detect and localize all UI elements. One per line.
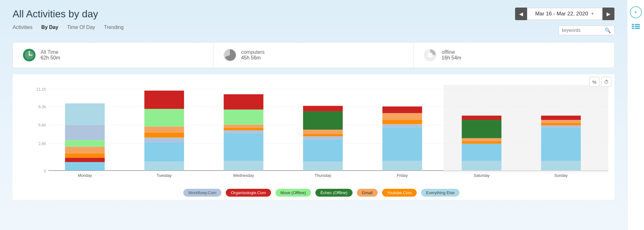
tuesday-base — [144, 143, 184, 161]
stat-all-time-label: All Time — [41, 49, 60, 55]
sun-workflowy — [541, 126, 581, 128]
tuesday-move — [144, 109, 184, 126]
chart-container: % ⏱ 11.1h 8.3h 5.6h 2.8h 0 — [13, 74, 614, 200]
svg-point-7 — [428, 53, 433, 58]
fri-everything — [382, 161, 422, 171]
percent-toggle-button[interactable]: % — [589, 77, 599, 87]
tuesday-workflowy — [144, 137, 184, 143]
svg-text:Tuesday: Tuesday — [157, 173, 172, 178]
fri-org — [382, 106, 422, 113]
tuesday-youtube — [144, 133, 184, 138]
thu-base — [303, 139, 343, 161]
monday-base — [65, 162, 105, 171]
all-time-icon — [22, 48, 36, 62]
thu-everything — [303, 161, 343, 171]
monday-youtube — [65, 154, 105, 158]
wed-move — [224, 109, 263, 125]
svg-text:8.3h: 8.3h — [38, 105, 46, 109]
wed-workflowy — [224, 130, 263, 133]
legend-organisologie[interactable]: Organisologie.Com — [226, 189, 271, 197]
sat-gmail — [462, 138, 501, 141]
svg-text:Sunday: Sunday — [554, 173, 568, 178]
legend-everything[interactable]: Everything Else — [421, 189, 459, 197]
tuesday-everything — [144, 161, 184, 171]
svg-text:5.6h: 5.6h — [38, 123, 46, 127]
thu-youtube — [303, 134, 343, 137]
date-caret-icon: ▼ — [591, 12, 594, 16]
sun-gmail — [541, 120, 581, 123]
fri-base — [382, 127, 422, 161]
computers-icon — [223, 48, 237, 62]
sun-everything — [541, 161, 581, 171]
prev-date-button[interactable]: ◀ — [515, 8, 527, 20]
thu-gmail — [303, 130, 343, 134]
svg-text:Thursday: Thursday — [315, 173, 331, 178]
svg-rect-29 — [635, 26, 640, 27]
chart-legend: Workflowy.Com Organisologie.Com Move (Of… — [31, 189, 611, 197]
sat-org — [462, 115, 501, 120]
svg-text:11.1h: 11.1h — [36, 87, 46, 92]
svg-rect-30 — [632, 28, 634, 29]
stat-all-time-value: 62h 50m — [41, 55, 60, 61]
stat-offline: offline 16h 54m — [414, 42, 614, 68]
fri-workflowy — [382, 124, 422, 127]
monday-workflowy — [65, 125, 105, 140]
svg-rect-28 — [632, 26, 634, 27]
legend-gmail[interactable]: Gmail — [357, 189, 378, 197]
sidebar-add-button[interactable]: + — [630, 6, 642, 18]
monday-gmail — [65, 147, 105, 153]
wed-everything — [224, 161, 263, 171]
legend-echec[interactable]: Échec (Offline) — [315, 189, 353, 197]
sat-base — [462, 144, 501, 161]
svg-point-4 — [29, 54, 30, 56]
legend-youtube[interactable]: Youtube.Com — [382, 189, 417, 197]
tuesday-org — [144, 91, 184, 109]
legend-workflowy[interactable]: Workflowy.Com — [183, 189, 222, 197]
stat-computers-value: 45h 56m — [241, 55, 265, 61]
legend-move[interactable]: Move (Offline) — [275, 189, 311, 197]
monday-org — [65, 158, 105, 162]
tab-activities[interactable]: Activities — [13, 23, 32, 31]
stat-offline-label: offline — [441, 49, 461, 55]
svg-text:Friday: Friday — [397, 173, 408, 178]
sidebar: + — [627, 0, 644, 230]
monday-move — [65, 140, 105, 147]
date-navigator: ◀ Mar 16 - Mar 22, 2020 ▼ ▶ — [515, 8, 614, 20]
tab-trending[interactable]: Trending — [104, 23, 124, 31]
sun-base — [541, 128, 581, 161]
thu-org — [303, 106, 343, 111]
chart-toolbar: % ⏱ — [589, 77, 611, 87]
search-box[interactable]: 🔍 — [558, 25, 614, 35]
next-date-button[interactable]: ▶ — [602, 8, 614, 20]
page-title: All Activities by day — [13, 8, 98, 20]
sun-org — [541, 115, 581, 120]
offline-icon — [423, 48, 437, 62]
clock-toggle-button[interactable]: ⏱ — [601, 77, 611, 87]
fri-gmail — [382, 113, 422, 120]
date-range-display: Mar 16 - Mar 22, 2020 ▼ — [527, 8, 602, 20]
search-icon: 🔍 — [605, 27, 611, 33]
sun-youtube — [541, 123, 581, 126]
list-view-icon[interactable] — [632, 23, 640, 30]
svg-text:Saturday: Saturday — [474, 173, 490, 178]
stat-all-time: All Time 62h 50m — [13, 42, 214, 68]
stat-offline-text: offline 16h 54m — [441, 49, 461, 61]
svg-text:Wednesday: Wednesday — [233, 173, 254, 178]
monday-everything — [65, 104, 105, 125]
sat-echec — [462, 120, 501, 138]
stat-offline-value: 16h 54m — [441, 55, 461, 61]
wed-base — [224, 133, 263, 161]
stat-computers: computers 45h 56m — [214, 42, 414, 68]
tuesday-gmail — [144, 126, 184, 132]
svg-rect-31 — [635, 28, 640, 29]
sat-everything — [462, 161, 501, 171]
stats-bar: All Time 62h 50m computers 45h 56m — [13, 42, 614, 68]
tab-time-of-day[interactable]: Time Of Day — [67, 23, 95, 31]
search-input[interactable] — [562, 28, 603, 33]
svg-rect-26 — [632, 24, 634, 25]
tab-by-day[interactable]: By Day — [41, 23, 58, 31]
svg-text:0: 0 — [44, 169, 46, 173]
wed-gmail — [224, 125, 263, 128]
svg-rect-27 — [635, 24, 640, 25]
bar-chart-svg: 11.1h 8.3h 5.6h 2.8h 0 — [31, 77, 611, 184]
